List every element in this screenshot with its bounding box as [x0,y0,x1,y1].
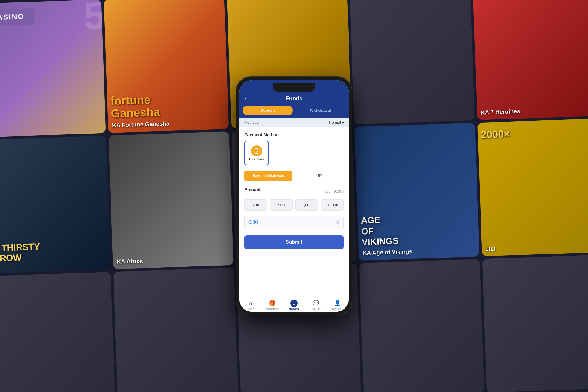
phone-wrapper: ‹ Funds Deposit Withdrawal Promotion Nor… [236,77,352,315]
promo-arrow-icon: ▾ [342,120,344,125]
local-bank-label: Local Bank [249,158,264,161]
bg-card-heroines: KA 7 Heroines [473,0,588,120]
amount-value-display: 0.00 [248,220,335,225]
submit-button[interactable]: Submit [244,235,344,249]
phone-screen: ‹ Funds Deposit Withdrawal Promotion Nor… [239,80,349,312]
nav-home[interactable]: ⌂ Home [239,300,261,311]
promotions-icon: 🎁 [269,300,276,307]
nav-livechat[interactable]: 💬 LiveChat [305,300,327,311]
livechat-icon: 💬 [312,300,319,307]
bg-card-title-jili: JILI [485,245,496,252]
bg-card-title-africa: KA Africa [117,258,143,265]
amount-chip-10000[interactable]: 10,000 [321,199,344,211]
phone-outer: ‹ Funds Deposit Withdrawal Promotion Nor… [236,77,352,315]
thirsty-text: A THIRSTYCROW [0,242,40,264]
bg-card-r3-4 [359,259,484,392]
deposit-tab[interactable]: Deposit [243,106,293,115]
bottom-nav: ⌂ Home 🎁 Promotions $ Deposit 💬 LiveChat… [239,297,349,312]
nav-deposit[interactable]: $ Deposit [283,300,305,311]
withdrawal-tab[interactable]: Withdrawal [295,106,345,115]
bg-card-thirsty: A THIRSTYCROW [0,136,111,273]
amount-range: 200 - 50,000 [325,190,344,193]
nav-myaccount-label: My Acc... [332,307,343,311]
upi-option[interactable]: UPI [296,170,344,181]
nav-promotions[interactable]: 🎁 Promotions [261,300,283,311]
fortune-text: fortuneGanesha [110,93,160,120]
tab-bar: Deposit Withdrawal [239,106,349,118]
header-title: Funds [286,96,302,102]
bg-decoration: 5 [83,0,106,35]
app-content: Payment Method $ Local Bank Pa [239,127,349,297]
nav-myaccount[interactable]: 👤 My Acc... [327,300,349,311]
myaccount-icon: 👤 [334,300,341,307]
jili-multiplier: 2000× [481,128,510,141]
payment-method-title: Payment Method [244,132,344,137]
phone-notch [273,83,315,92]
casino-label: CASINO [0,8,34,26]
nav-livechat-label: LiveChat [310,307,321,311]
bg-card-vikings: AGEOFVIKINGS KA Age of Vikings [354,123,479,261]
nav-home-label: Home [247,307,254,311]
bg-card-jili: 2000× JILI [477,119,588,256]
back-button[interactable]: ‹ [244,95,247,102]
amount-clear-icon[interactable]: ⊗ [335,219,340,226]
nav-promotions-label: Promotions [265,307,279,311]
promo-label: Promotion [244,120,261,125]
bg-card-r3-1 [0,272,115,392]
promo-bar[interactable]: Promotion Normal ▾ [239,118,349,127]
local-bank-card[interactable]: $ Local Bank [244,141,269,165]
bg-card-africa: KA Africa [109,131,234,269]
amount-header: Amount 200 - 50,000 [244,187,344,196]
svg-text:$: $ [256,149,258,153]
bg-card-casino: CASINO 5 [0,0,106,137]
amount-title: Amount [244,187,261,192]
gateway-row: Payment Gateway UPI [244,170,344,181]
local-bank-icon: $ [251,145,262,156]
amount-input-row[interactable]: 0.00 ⊗ [244,216,344,229]
bg-card-title-ganesha: KA Fortune Ganesha [112,120,170,129]
promo-normal[interactable]: Normal ▾ [329,120,344,125]
bg-card-empty1 [350,0,475,124]
amount-chips: 200 500 1,000 10,000 [244,199,344,211]
vikings-text: AGEOFVIKINGS [361,214,399,248]
bg-card-r3-2 [113,268,238,392]
amount-chip-1000[interactable]: 1,000 [295,199,318,211]
payment-methods-list: $ Local Bank [244,141,344,165]
bg-card-title-vikings: KA Age of Vikings [363,248,413,257]
bg-card-title-heroines: KA 7 Heroines [481,108,520,116]
phone-dots [340,85,341,91]
amount-chip-200[interactable]: 200 [244,199,267,211]
bg-card-ganesha: fortuneGanesha KA Fortune Ganesha [104,0,229,133]
bg-card-r3-5 [482,255,588,392]
payment-gateway-button[interactable]: Payment Gateway [244,171,292,181]
promo-normal-text: Normal [329,120,341,125]
deposit-icon: $ [290,300,298,307]
nav-deposit-label: Deposit [289,307,299,311]
amount-chip-500[interactable]: 500 [270,199,293,211]
home-icon: ⌂ [247,300,254,307]
